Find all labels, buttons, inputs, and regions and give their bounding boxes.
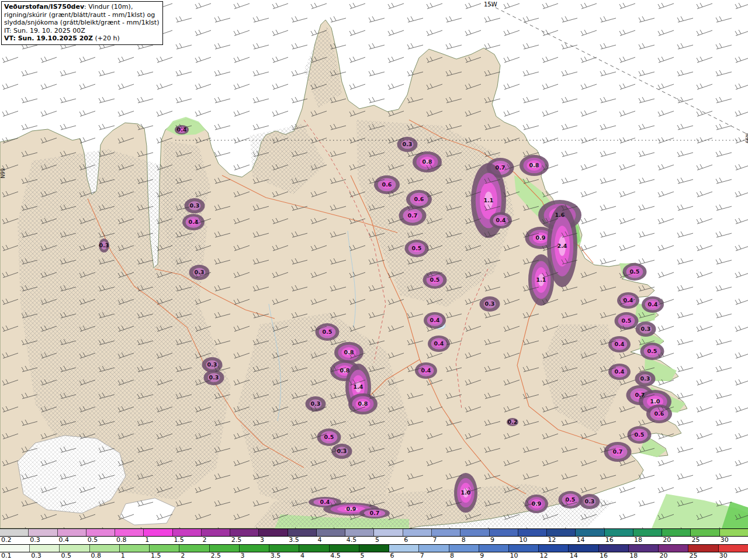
legend-tick-label: 8 — [460, 536, 466, 544]
precip-value-label: 0.4 — [189, 219, 199, 225]
precip-value-label: 0.8 — [340, 367, 350, 374]
legend-tick-label: 25 — [688, 552, 698, 559]
legend-segment — [0, 545, 30, 552]
info-line-valid-time: VT: Sun. 19.10.2025 20Z (+20 h) — [4, 34, 159, 43]
precip-value-label: 0.8 — [529, 162, 539, 168]
precip-value-label: 0.8 — [423, 158, 432, 165]
legend-segment — [345, 529, 374, 536]
precip-value-label: 0.9 — [536, 234, 546, 241]
legend-tick-label: 9 — [489, 536, 494, 544]
snow-scale-bar: 0.20.30.40.50.811.522.533.544.5567891012… — [0, 528, 748, 544]
precip-value-label: 0.5 — [430, 276, 440, 283]
legend-segment — [359, 545, 389, 552]
variable-name: : Vindur (10m), — [84, 3, 133, 11]
legend-segment — [518, 529, 547, 536]
precip-value-label: 0.4 — [430, 317, 440, 323]
precip-value-label: 0.4 — [177, 126, 187, 133]
legend-tick-label: 25 — [691, 536, 700, 544]
legend-tick-label: 0.4 — [57, 536, 69, 544]
precip-value-label: 0.7 — [635, 392, 645, 398]
weather-map: 0.30.80.70.80.60.61.10.70.40.30.41.60.92… — [0, 0, 748, 528]
precip-value-label: 0.9 — [347, 506, 356, 512]
info-line-snow: slydda/snjókoma (grátt/bleikt/grænt - mm… — [4, 19, 159, 27]
legend-segment — [90, 545, 120, 552]
legend-segment — [691, 529, 719, 536]
legend-tick-label: 0.5 — [60, 552, 71, 559]
legend-tick-label: 2.5 — [209, 552, 221, 559]
legend-tick-label: 3 — [259, 536, 264, 544]
precip-value-label: 0.2 — [508, 419, 518, 425]
lead-time: (+20 h) — [93, 34, 120, 42]
info-box: Veðurstofan/IS750dev: Vindur (10m), rign… — [1, 1, 163, 45]
legend-segment — [240, 545, 269, 552]
precip-value-label: 1.4 — [354, 383, 363, 390]
legend-segment — [569, 545, 598, 552]
map-svg: 0.30.80.70.80.60.61.10.70.40.30.41.60.92… — [0, 0, 748, 528]
legend-segment — [269, 545, 299, 552]
legend-segment — [688, 545, 718, 552]
precip-value-label: 1.6 — [555, 212, 565, 218]
legend-segment — [633, 529, 662, 536]
legend-tick-label: 4.5 — [329, 552, 341, 559]
legend-segment — [259, 529, 288, 536]
legend-tick-label: 3 — [240, 552, 245, 559]
legend-tick-label: 2.5 — [230, 536, 242, 544]
precip-value-label: 0.5 — [323, 329, 333, 335]
legend-segment — [599, 545, 629, 552]
legend-tick-label: 14 — [576, 536, 585, 544]
legend-segment — [374, 529, 403, 536]
valid-time: VT: Sun. 19.10.2025 20Z — [4, 34, 93, 42]
precip-value-label: 1.0 — [461, 489, 471, 496]
meridian-label: 15W — [484, 1, 497, 8]
precip-value-label: 0.3 — [195, 269, 205, 275]
legend-segment — [605, 529, 633, 536]
legend-segment — [419, 545, 449, 552]
legend-segment — [432, 529, 460, 536]
legend-tick-label: 14 — [569, 552, 578, 559]
legend-tick-label: 0.8 — [115, 536, 127, 544]
legend-segment — [576, 529, 604, 536]
precip-value-label: 0.8 — [344, 349, 354, 355]
legend-tick-label: 2 — [202, 536, 207, 544]
legend-tick-label: 0.8 — [90, 552, 102, 559]
legend-segment — [150, 545, 179, 552]
legend-color-strip — [0, 544, 748, 552]
legend-segment — [30, 545, 60, 552]
precip-value-label: 0.3 — [485, 300, 495, 307]
legend-segment — [288, 529, 317, 536]
precip-value-label: 0.3 — [337, 448, 347, 454]
precip-value-label: 0.7 — [408, 212, 418, 219]
precip-value-label: 0.4 — [496, 217, 506, 223]
legend-segment — [539, 545, 569, 552]
legend-segment — [720, 529, 748, 536]
precip-value-label: 0.3 — [403, 141, 413, 147]
precip-value-label: 0.3 — [641, 326, 651, 332]
right-edge-label: N99 — [744, 133, 748, 143]
legend-segment — [60, 545, 89, 552]
legend-segment — [330, 545, 359, 552]
legend-segment — [299, 545, 329, 552]
precip-value-label: 0.4 — [615, 368, 625, 375]
legend-tick-label: 1.5 — [172, 536, 184, 544]
legend-segment — [547, 529, 576, 536]
legend: 0.20.30.40.50.811.522.533.544.5567891012… — [0, 528, 748, 560]
legend-tick-label: 0.3 — [29, 536, 40, 544]
legend-tick-label: 30 — [719, 536, 729, 544]
legend-segment — [490, 529, 518, 536]
precip-value-label: 0.3 — [311, 400, 321, 407]
legend-segment — [115, 529, 144, 536]
legend-segment — [479, 545, 509, 552]
legend-segment — [144, 529, 172, 536]
precip-value-label: 0.4 — [615, 341, 625, 347]
legend-tick-label: 1.5 — [150, 552, 161, 559]
legend-tick-label: 20 — [658, 552, 667, 559]
legend-tick-label: 18 — [633, 536, 642, 544]
legend-tick-label: 3.5 — [288, 536, 299, 544]
legend-tick-label: 0.3 — [30, 552, 41, 559]
legend-tick-label: 5 — [359, 552, 364, 559]
legend-segment — [230, 529, 259, 536]
legend-tick-label: 0.1 — [0, 552, 12, 559]
precip-value-label: 0.6 — [654, 410, 664, 417]
precip-value-label: 0.5 — [647, 348, 657, 354]
legend-tick-label: 20 — [662, 536, 671, 544]
